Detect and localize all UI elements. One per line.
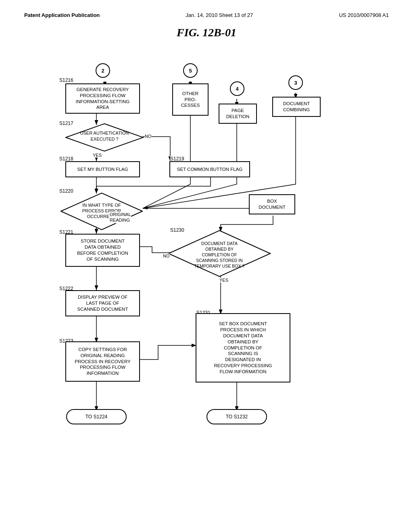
header-publication: Patent Application Publication bbox=[24, 12, 100, 18]
svg-text:EXECUTED ?: EXECUTED ? bbox=[90, 137, 118, 141]
svg-text:IN WHAT TYPE OF: IN WHAT TYPE OF bbox=[82, 203, 121, 208]
header-patent-number: US 2010/0007908 A1 bbox=[339, 12, 389, 18]
svg-text:USER AUTHETICATION: USER AUTHETICATION bbox=[80, 131, 129, 135]
header-date-sheet: Jan. 14, 2010 Sheet 13 of 27 bbox=[186, 12, 253, 18]
svg-text:DOCUMENT DATA: DOCUMENT DATA bbox=[201, 241, 238, 246]
circle-5: 5 bbox=[183, 63, 198, 78]
label-no-s1230: NO bbox=[163, 254, 170, 258]
arrows-svg bbox=[33, 51, 380, 507]
circle-3: 3 bbox=[288, 75, 303, 90]
box-s1221: STORE DOCUMENTDATA OBTAINEDBEFORE COMPLE… bbox=[65, 234, 140, 267]
svg-text:TEMPORARY USE BOX ?: TEMPORARY USE BOX ? bbox=[194, 264, 245, 268]
box-other-processes: OTHERPRO-CESSES bbox=[172, 83, 209, 116]
rounded-box-to-s1232: TO S1232 bbox=[206, 409, 267, 424]
rounded-box-to-s1224: TO S1224 bbox=[66, 409, 127, 424]
box-s1219: SET COMMON BUTTON FLAG bbox=[169, 161, 250, 177]
diamond-s1230: DOCUMENT DATA OBTAINED BY COMPLETION OF … bbox=[168, 230, 271, 277]
svg-text:SCANNING STORED IN: SCANNING STORED IN bbox=[196, 258, 242, 263]
diamond-s1217: USER AUTHETICATION EXECUTED ? bbox=[65, 123, 144, 152]
box-s1216: GENERATE RECOVERYPROCESSING FLOWINFORMAT… bbox=[65, 83, 140, 114]
label-no-s1217: NO bbox=[145, 134, 152, 139]
flowchart-diagram: S1216 S1217 S1218 S1219 S1220 S1221 S122… bbox=[33, 51, 380, 507]
svg-text:OBTAINED BY: OBTAINED BY bbox=[205, 247, 234, 251]
circle-2: 2 bbox=[96, 63, 110, 78]
circle-4: 4 bbox=[230, 81, 244, 96]
figure-title: FIG. 12B-01 bbox=[24, 26, 389, 39]
label-yes-s1217: YES bbox=[93, 153, 102, 158]
page-header: Patent Application Publication Jan. 14, … bbox=[24, 12, 389, 18]
svg-text:COMPLETION OF: COMPLETION OF bbox=[202, 252, 237, 257]
box-page-deletion: PAGEDELETION bbox=[219, 104, 257, 124]
box-s1222: DISPLAY PREVIEW OFLAST PAGE OFSCANNED DO… bbox=[65, 290, 140, 316]
label-yes-s1230: YES bbox=[219, 278, 228, 283]
box-doc-combining: DOCUMENTCOMBINING bbox=[272, 97, 321, 117]
box-box-document: BOXDOCUMENT bbox=[249, 194, 295, 214]
label-s1218: S1218 bbox=[59, 156, 73, 162]
box-s1231: SET BOX DOCUMENTPROCESS IN WHICHDOCUMENT… bbox=[196, 313, 290, 382]
label-original-reading: ORIGINALREADING bbox=[110, 212, 131, 223]
box-s1218: SET MY BUTTON FLAG bbox=[65, 161, 140, 177]
box-s1223: COPY SETTINGS FORORIGINAL READINGPROCESS… bbox=[65, 341, 140, 382]
page: Patent Application Publication Jan. 14, … bbox=[0, 0, 413, 532]
label-s1216: S1216 bbox=[59, 77, 73, 83]
label-s1219: S1219 bbox=[170, 156, 184, 162]
